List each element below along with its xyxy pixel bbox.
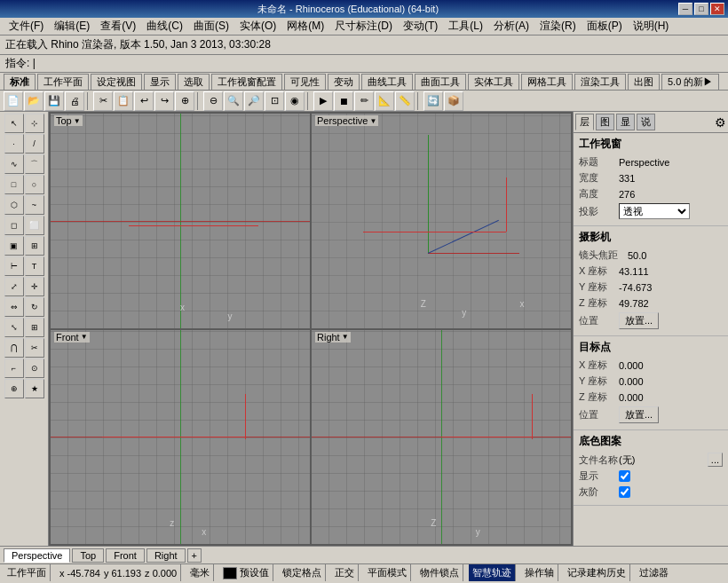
render-tool[interactable]: ★ (25, 379, 44, 398)
analyze-tool[interactable]: ⊕ (4, 379, 24, 398)
toolbar-tab-6[interactable]: 可见性 (284, 74, 326, 90)
close-button[interactable]: ✕ (710, 3, 724, 15)
toolbar-btn-17[interactable]: 📐 (375, 91, 394, 111)
toolbar-btn-13[interactable]: ◉ (285, 91, 305, 111)
menu-item-R[interactable]: 渲染(R) (534, 17, 582, 35)
status-osnap[interactable]: 物件锁点 (416, 564, 463, 581)
toolbar-btn-10[interactable]: 🔍 (224, 91, 243, 111)
viewport-top[interactable]: Top ▼ x y (51, 114, 310, 328)
toolbar-btn-20[interactable]: 📦 (444, 91, 463, 111)
btab-front[interactable]: Front (106, 548, 145, 563)
viewport-right-label[interactable]: Right ▼ (315, 332, 351, 343)
solid-tool[interactable]: ▣ (4, 236, 24, 256)
viewport-front-label[interactable]: Front ▼ (54, 332, 90, 343)
transform-tool[interactable]: ⤢ (4, 277, 24, 296)
toolbar-btn-1[interactable]: 📂 (24, 91, 44, 111)
menu-item-V[interactable]: 查看(V) (95, 17, 141, 35)
rect-tool[interactable]: □ (4, 175, 24, 194)
btab-right[interactable]: Right (146, 548, 186, 563)
bg-gray-checkbox[interactable] (619, 486, 630, 498)
toolbar-tab-13[interactable]: 出图 (628, 74, 660, 90)
line-tool[interactable]: / (25, 134, 44, 154)
toolbar-btn-2[interactable]: 💾 (44, 91, 64, 111)
status-gumball[interactable]: 操作轴 (521, 564, 558, 581)
select-tool[interactable]: ↖ (4, 114, 24, 133)
curve-tool[interactable]: ∿ (4, 154, 24, 174)
patch-tool[interactable]: ⬜ (25, 216, 44, 235)
panel-tab-help[interactable]: 说 (637, 114, 655, 130)
viewport-top-label[interactable]: Top ▼ (54, 115, 83, 126)
surface-tool[interactable]: ◻ (4, 216, 24, 235)
status-history[interactable]: 记录建构历史 (564, 564, 630, 581)
status-plane-mode[interactable]: 平面模式 (364, 564, 411, 581)
mirror-tool[interactable]: ⇔ (4, 297, 24, 317)
bg-show-checkbox[interactable] (619, 470, 630, 482)
scale-tool[interactable]: ⤡ (4, 318, 24, 337)
toolbar-tab-4[interactable]: 选取 (178, 74, 210, 90)
toolbar-tab-10[interactable]: 实体工具 (468, 74, 519, 90)
menu-item-H[interactable]: 说明(H) (628, 17, 675, 35)
viewport-right[interactable]: Right ▼ Z y (312, 330, 571, 545)
mesh-tool[interactable]: ⊞ (25, 236, 44, 256)
menu-item-T[interactable]: 变动(T) (398, 17, 443, 35)
boolean-tool[interactable]: ⋂ (4, 338, 24, 358)
projection-select[interactable]: 透视 平行 (619, 203, 690, 219)
panel-tab-view[interactable]: 图 (596, 114, 614, 130)
status-workplane[interactable]: 工作平面 (4, 564, 51, 581)
menu-item-E[interactable]: 编辑(E) (49, 17, 95, 35)
toolbar-btn-3[interactable]: 🖨 (65, 91, 84, 111)
toolbar-tab-9[interactable]: 曲面工具 (415, 74, 466, 90)
toolbar-tab-14[interactable]: 5.0 的新▶ (661, 74, 719, 90)
select-tool2[interactable]: ⊹ (25, 114, 44, 133)
toolbar-btn-19[interactable]: 🔄 (423, 91, 443, 111)
toolbar-btn-4[interactable]: ✂ (93, 91, 113, 111)
toolbar-tab-11[interactable]: 网格工具 (521, 74, 573, 90)
menu-item-C[interactable]: 曲线(C) (141, 17, 188, 35)
btab-add[interactable]: + (187, 548, 202, 563)
toolbar-btn-11[interactable]: 🔎 (244, 91, 264, 111)
menu-item-M[interactable]: 网格(M) (281, 17, 329, 35)
toolbar-btn-12[interactable]: ⊡ (265, 91, 284, 111)
panel-tab-display[interactable]: 显 (616, 114, 635, 130)
toolbar-btn-16[interactable]: ✏ (354, 91, 374, 111)
toolbar-btn-6[interactable]: ↩ (134, 91, 154, 111)
toolbar-tab-5[interactable]: 工作视窗配置 (211, 74, 282, 90)
menu-item-A[interactable]: 分析(A) (488, 17, 534, 35)
status-filter[interactable]: 过滤器 (636, 564, 672, 581)
toolbar-tab-2[interactable]: 设定视图 (91, 74, 142, 90)
polygon-tool[interactable]: ⬡ (4, 195, 24, 215)
toolbar-tab-7[interactable]: 变动 (328, 74, 360, 90)
status-ortho[interactable]: 正交 (331, 564, 359, 581)
toolbar-btn-0[interactable]: 📄 (4, 91, 23, 111)
viewport-perspective-label[interactable]: Perspective ▼ (315, 115, 378, 126)
move-tool[interactable]: ✛ (25, 277, 44, 296)
menu-item-S[interactable]: 曲面(S) (188, 17, 234, 35)
maximize-button[interactable]: □ (694, 3, 708, 15)
minimize-button[interactable]: ─ (678, 3, 692, 15)
btab-perspective[interactable]: Perspective (4, 548, 70, 563)
cam-position-button[interactable]: 放置... (619, 312, 659, 329)
toolbar-tab-3[interactable]: 显示 (144, 74, 176, 90)
panel-settings-icon[interactable]: ⚙ (715, 115, 726, 130)
toolbar-btn-9[interactable]: ⊖ (203, 91, 223, 111)
toolbar-tab-0[interactable]: 标准 (4, 74, 36, 90)
status-color-swatch[interactable]: 预设值 (219, 564, 273, 581)
trim-tool[interactable]: ✂ (25, 338, 44, 358)
toolbar-btn-8[interactable]: ⊕ (175, 91, 194, 111)
fillet-tool[interactable]: ⌐ (4, 358, 24, 378)
menu-item-O[interactable]: 实体(O) (234, 17, 281, 35)
viewport-front[interactable]: Front ▼ z x (51, 330, 310, 545)
menu-item-D[interactable]: 尺寸标注(D) (329, 17, 398, 35)
btab-top[interactable]: Top (72, 548, 104, 563)
toolbar-btn-14[interactable]: ▶ (313, 91, 333, 111)
status-lock-grid[interactable]: 锁定格点 (279, 564, 326, 581)
array-tool[interactable]: ⊞ (25, 318, 44, 337)
toolbar-btn-18[interactable]: 📏 (395, 91, 415, 111)
panel-tab-layer[interactable]: 层 (575, 114, 594, 130)
toolbar-btn-15[interactable]: ⏹ (334, 91, 353, 111)
menu-item-L[interactable]: 工具(L) (443, 17, 488, 35)
point-tool[interactable]: · (4, 134, 24, 154)
toolbar-tab-12[interactable]: 渲染工具 (574, 74, 626, 90)
status-unit[interactable]: 毫米 (186, 564, 214, 581)
rotate-tool[interactable]: ↻ (25, 297, 44, 317)
